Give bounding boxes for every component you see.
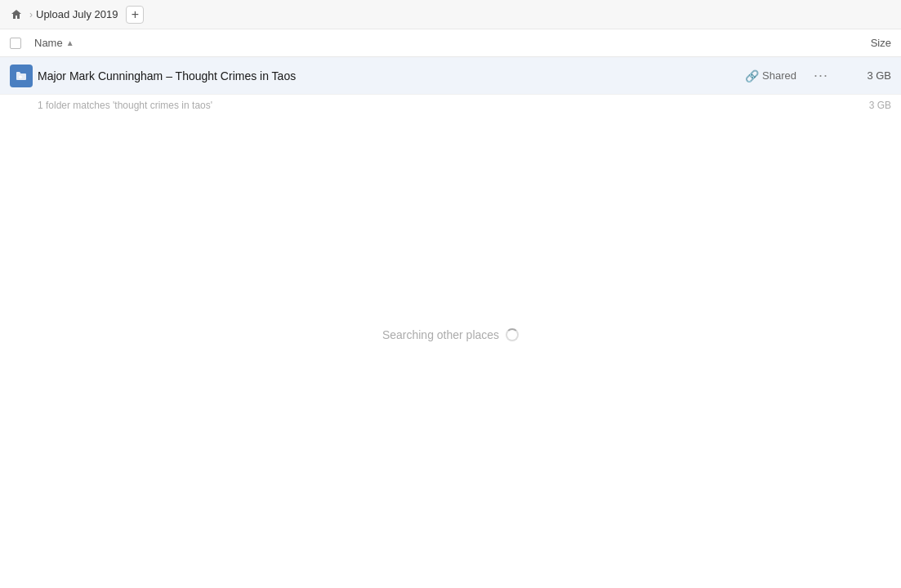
searching-section: Searching other places: [0, 328, 901, 341]
size-column-header: Size: [826, 37, 891, 49]
searching-text: Searching other places: [382, 328, 499, 341]
file-row[interactable]: Major Mark Cunningham – Thought Crimes i…: [0, 57, 901, 95]
home-button[interactable]: [10, 8, 23, 21]
match-text: 1 folder matches 'thought crimes in taos…: [38, 100, 212, 111]
name-column-header[interactable]: Name ▲: [34, 37, 826, 49]
column-header: Name ▲ Size: [0, 29, 901, 57]
folder-icon: [10, 65, 33, 87]
shared-badge: 🔗 Shared: [745, 69, 796, 82]
file-icon-wrap: [10, 65, 34, 87]
loading-spinner: [506, 328, 519, 341]
more-options-button[interactable]: ···: [810, 65, 832, 87]
file-size: 3 GB: [842, 69, 891, 82]
shared-label: Shared: [762, 69, 796, 82]
breadcrumb-separator: ›: [29, 9, 33, 20]
match-info: 1 folder matches 'thought crimes in taos…: [0, 95, 901, 116]
link-icon: 🔗: [745, 69, 759, 82]
file-name: Major Mark Cunningham – Thought Crimes i…: [38, 69, 745, 82]
select-all-checkbox[interactable]: [10, 38, 34, 49]
sort-arrow-icon: ▲: [66, 38, 74, 47]
breadcrumb-bar: › Upload July 2019 +: [0, 0, 901, 29]
breadcrumb-title: Upload July 2019: [36, 8, 118, 20]
match-size: 3 GB: [869, 100, 891, 111]
add-button[interactable]: +: [126, 6, 144, 24]
